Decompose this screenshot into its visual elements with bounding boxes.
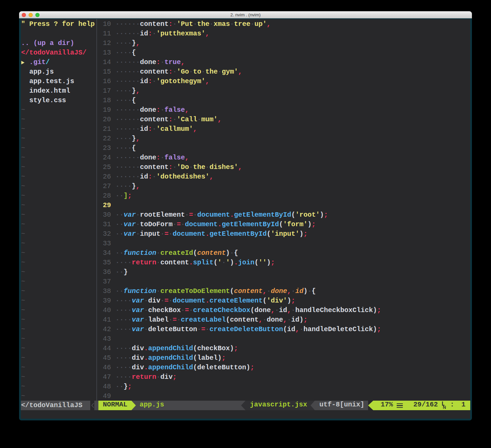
svg-text:N: N xyxy=(443,405,446,410)
